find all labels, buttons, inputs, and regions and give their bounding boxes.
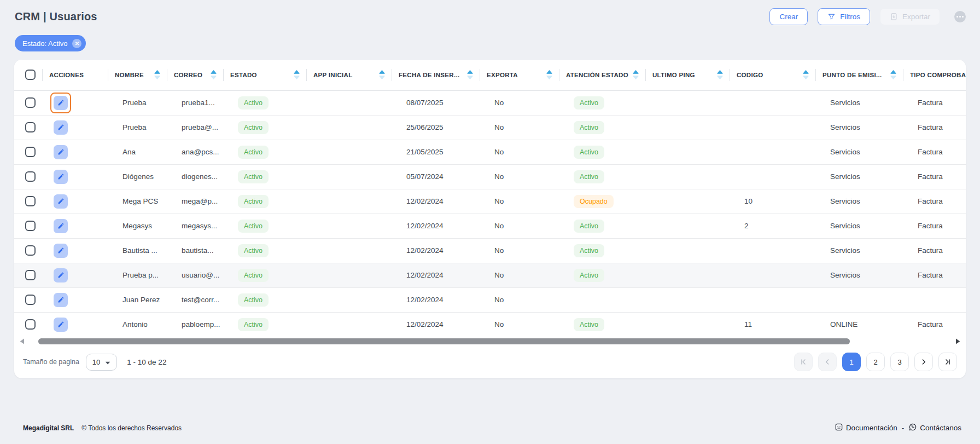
column-header-acciones[interactable]: ACCIONES [43,60,108,90]
next-page-button[interactable] [914,353,933,371]
select-all-checkbox[interactable] [25,70,36,80]
edit-button[interactable] [54,194,68,209]
edit-button[interactable] [54,244,68,258]
cell-tipo-comprobante: Factura [903,214,966,238]
cell-correo: bautista... [167,238,224,263]
cell-codigo [730,287,816,312]
column-header-codigo[interactable]: CODIGO [730,60,816,90]
row-checkbox[interactable] [25,97,36,108]
column-header-estado[interactable]: ESTADO [224,60,307,90]
more-options-button[interactable] [954,11,966,22]
row-checkbox[interactable] [25,196,36,206]
edit-button[interactable] [54,268,68,282]
column-header-correo[interactable]: CORREO [167,60,224,90]
edit-button[interactable] [54,219,68,233]
sort-icons[interactable] [546,70,552,79]
scroll-track[interactable] [29,338,951,344]
cell-exporta: No [480,90,559,115]
atencion-estado-badge: Activo [574,96,604,109]
column-header-exporta[interactable]: EXPORTA [480,60,559,90]
sort-icons[interactable] [803,70,809,79]
cell-fecha-insercion: 12/02/2024 [392,287,480,312]
footer-left: Megadigital SRL © Todos los derechos Res… [23,424,182,432]
row-checkbox[interactable] [25,319,36,330]
column-header-app_inicial[interactable]: APP INICIAL [307,60,392,90]
edit-button[interactable] [54,145,68,159]
column-header-atencion[interactable]: ATENCIÓN ESTADO [559,60,646,90]
crear-button[interactable]: Crear [769,8,808,25]
cell-ultimo-ping [646,189,730,214]
sort-up-icon [379,70,385,74]
sort-icons[interactable] [211,70,217,79]
cell-punto-emision: Servicios [816,189,903,214]
documentacion-link[interactable]: Documentación [835,423,897,433]
column-header-nombre[interactable]: NOMBRE [108,60,167,90]
edit-button[interactable] [54,96,68,110]
row-checkbox[interactable] [25,147,36,157]
cell-punto-emision: Servicios [816,238,903,263]
sort-up-icon [717,70,723,74]
sort-icons[interactable] [294,70,300,79]
sort-icons[interactable] [633,70,639,79]
table-row: Prueba prueba@... Activo 25/06/2025 No A… [14,115,966,140]
cell-app-inicial [307,238,392,263]
scroll-right-arrow[interactable] [955,338,960,344]
column-header-fecha[interactable]: FECHA DE INSER... [392,60,480,90]
column-header-label: FECHA DE INSER... [399,72,459,78]
estado-badge: Activo [238,195,269,208]
row-checkbox[interactable] [25,245,36,256]
row-checkbox[interactable] [25,270,36,280]
column-header-tipo[interactable]: TIPO COMPROBA. [903,60,966,90]
edit-button[interactable] [54,293,68,307]
sort-icons[interactable] [717,70,723,79]
column-header-punto[interactable]: PUNTO DE EMISI... [816,60,903,90]
cell-tipo-comprobante: Factura [903,115,966,140]
contactanos-label: Contáctanos [920,424,961,432]
edit-button[interactable] [54,120,68,135]
cell-punto-emision: Servicios [816,90,903,115]
row-checkbox[interactable] [25,122,36,132]
last-page-button[interactable] [938,353,957,371]
page-size-select[interactable]: 10 [86,354,117,371]
row-checkbox[interactable] [25,221,36,231]
table-row: Ana ana@pcs... Activo 21/05/2025 No Acti… [14,140,966,164]
edit-button[interactable] [54,170,68,184]
column-header-label: ACCIONES [49,72,84,78]
sort-icons[interactable] [154,70,160,79]
cell-codigo [730,164,816,189]
page-button-3[interactable]: 3 [890,353,909,371]
first-page-button[interactable] [794,353,813,371]
cell-correo: test@corr... [167,287,224,312]
sort-icons[interactable] [890,70,896,79]
scroll-thumb[interactable] [38,338,850,344]
scroll-left-arrow[interactable] [20,338,25,344]
column-header-label: ATENCIÓN ESTADO [566,72,628,78]
edit-button[interactable] [54,318,68,332]
row-checkbox[interactable] [25,171,36,182]
cell-app-inicial [307,287,392,312]
contactanos-link[interactable]: Contáctanos [908,423,961,433]
cell-fecha-insercion: 12/02/2024 [392,189,480,214]
cell-codigo [730,140,816,164]
filtros-button[interactable]: Filtros [818,8,870,25]
sort-icons[interactable] [379,70,385,79]
cell-correo: prueba1... [167,90,224,115]
page-button-2[interactable]: 2 [866,353,885,371]
column-header-label: CODIGO [737,72,763,78]
cell-punto-emision: Servicios [816,263,903,287]
close-circle-icon[interactable]: ✕ [72,39,81,48]
row-checkbox[interactable] [25,295,36,305]
edit-button-wrap [50,290,71,310]
prev-page-button[interactable] [818,353,837,371]
exportar-button[interactable]: Exportar [880,8,940,25]
page-button-1[interactable]: 1 [842,353,861,371]
select-all-header [14,60,43,90]
ellipsis-icon [956,16,964,18]
column-header-label: PUNTO DE EMISI... [822,72,882,78]
sort-icons[interactable] [467,70,473,79]
column-header-ultimo_ping[interactable]: ULTIMO PING [646,60,730,90]
filter-chip-estado[interactable]: Estado: Activo ✕ [15,35,86,51]
cell-app-inicial [307,164,392,189]
cell-punto-emision: Servicios [816,214,903,238]
sort-up-icon [211,70,217,74]
